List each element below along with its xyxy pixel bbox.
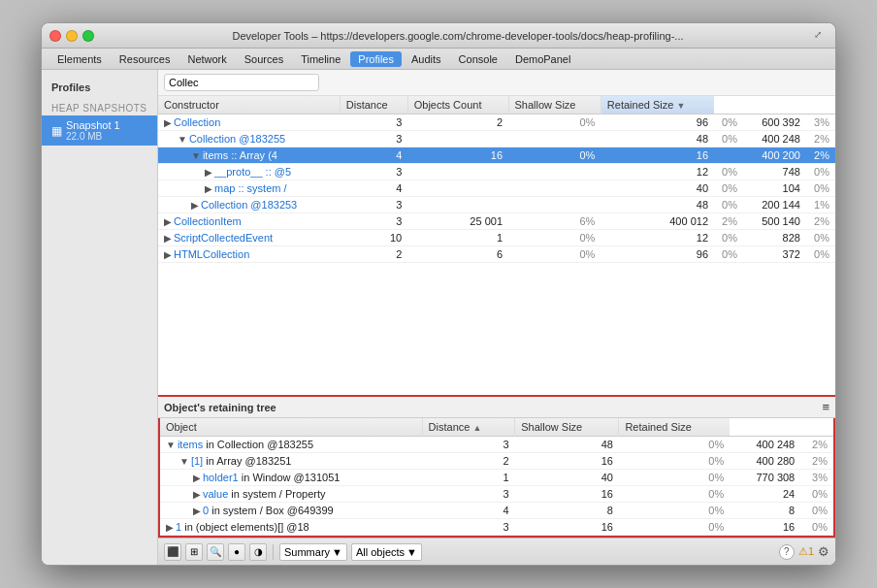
expand-arrow[interactable]: ▼ <box>166 440 176 450</box>
settings-icon[interactable]: ⚙ <box>818 544 829 559</box>
col-distance[interactable]: Distance <box>340 96 407 114</box>
expand-arrow[interactable]: ▶ <box>164 249 172 260</box>
devtools-window: Developer Tools – https://developers.goo… <box>41 22 836 566</box>
constructor-cell: ▶Collection @183253 <box>158 197 340 213</box>
table-row[interactable]: ▼Collection @183255 3 480% 400 2482% <box>158 131 835 147</box>
col-retained-size[interactable]: Retained Size ▼ <box>601 96 714 114</box>
main-area: Profiles HEAP SNAPSHOTS ▦ Snapshot 1 22.… <box>42 70 835 565</box>
sidebar-title: Profiles <box>42 78 157 97</box>
menu-network[interactable]: Network <box>179 51 234 67</box>
snapshot-table[interactable]: Constructor Distance Objects Count Shall… <box>158 96 835 395</box>
menu-demopanel[interactable]: DemoPanel <box>507 51 578 67</box>
table-row[interactable]: ▼[1] in Array @183251 2 160% 400 2802% <box>160 453 833 470</box>
expand-arrow[interactable]: ▶ <box>164 117 172 128</box>
retaining-tree[interactable]: Object Distance ▲ Shallow Size Retained … <box>158 418 835 538</box>
retaining-tree-title: Object's retaining tree <box>164 402 276 413</box>
traffic-lights <box>49 30 94 42</box>
expand-arrow[interactable]: ▶ <box>205 167 212 178</box>
heap-table: Constructor Distance Objects Count Shall… <box>158 96 835 263</box>
expand-arrow[interactable]: ▼ <box>178 134 187 145</box>
titlebar: Developer Tools – https://developers.goo… <box>42 23 835 49</box>
table-row[interactable]: ▶1 in (object elements)[] @18 3 160% 160… <box>160 519 833 536</box>
table-row[interactable]: ▶map :: system / 4 400% 1040% <box>158 180 835 197</box>
table-row[interactable]: ▶Collection @183253 3 480% 200 1441% <box>158 197 835 213</box>
summary-dropdown[interactable]: Summary ▼ <box>279 543 347 561</box>
table-row[interactable]: ▶value in system / Property 3 160% 240% <box>160 486 833 503</box>
all-objects-label: All objects <box>356 546 405 558</box>
expand-arrow[interactable]: ▶ <box>205 183 212 194</box>
sidebar: Profiles HEAP SNAPSHOTS ▦ Snapshot 1 22.… <box>42 70 158 565</box>
expand-arrow[interactable]: ▶ <box>193 489 201 500</box>
snapshot-size: 22.0 MB <box>66 131 120 142</box>
all-objects-dropdown[interactable]: All objects ▼ <box>351 543 422 561</box>
constructor-cell: ▶Collection <box>158 114 340 131</box>
table-row[interactable]: ▶Collection 3 20% 960% 600 3923% <box>158 114 835 131</box>
table-row-selected[interactable]: ▼items :: Array (4 4 160% 16 400 2002% <box>158 147 835 164</box>
expand-arrow[interactable]: ▼ <box>191 150 201 161</box>
menu-console[interactable]: Console <box>451 51 505 67</box>
all-objects-arrow: ▼ <box>406 546 417 558</box>
bottom-bar: ⬛ ⊞ 🔍 ● ◑ Summary ▼ All objects ▼ ? ⚠1 ⚙ <box>158 538 835 565</box>
expand-arrow[interactable]: ▶ <box>164 216 172 227</box>
compare-icon[interactable]: ◑ <box>249 543 267 561</box>
minimize-button[interactable] <box>66 30 78 42</box>
menu-elements[interactable]: Elements <box>49 51 110 67</box>
table-row[interactable]: ▶__proto__ :: @5 3 120% 7480% <box>158 164 835 180</box>
sidebar-item-snapshot1[interactable]: ▦ Snapshot 1 22.0 MB <box>42 115 157 146</box>
expand-arrow[interactable]: ▶ <box>193 506 201 516</box>
table-row[interactable]: ▶ScriptCollectedEvent 10 10% 120% 8280% <box>158 230 835 246</box>
table-row[interactable]: ▶holder1 in Window @131051 1 400% 770 30… <box>160 470 833 486</box>
expand-arrow[interactable]: ▶ <box>193 473 201 483</box>
ret-object-cell: ▶holder1 in Window @131051 <box>160 470 422 486</box>
table-row[interactable]: ▼items in Collection @183255 3 480% 400 … <box>160 437 833 453</box>
search-bottom-icon[interactable]: 🔍 <box>207 543 224 561</box>
close-button[interactable] <box>49 30 61 42</box>
divider-menu-icon[interactable]: ≡ <box>822 400 829 414</box>
sidebar-section: HEAP SNAPSHOTS <box>42 97 157 115</box>
sort-arrow-ret: ▲ <box>472 423 481 433</box>
constructor-cell: ▼Collection @183255 <box>158 131 340 147</box>
table-row[interactable]: ▶HTMLCollection 2 60% 960% 3720% <box>158 246 835 263</box>
snapshot-icon: ▦ <box>51 124 62 138</box>
menu-timeline[interactable]: Timeline <box>293 51 348 67</box>
ret-object-cell: ▶1 in (object elements)[] @18 <box>160 519 422 536</box>
constructor-cell: ▶CollectionItem <box>158 213 340 230</box>
retaining-tree-header: Object's retaining tree ≡ <box>158 395 835 418</box>
ret-col-object[interactable]: Object <box>160 418 422 437</box>
ret-col-distance[interactable]: Distance ▲ <box>422 418 515 437</box>
menubar: Elements Resources Network Sources Timel… <box>42 49 835 70</box>
col-constructor[interactable]: Constructor <box>158 96 340 114</box>
constructor-cell: ▶map :: system / <box>158 180 340 197</box>
search-input[interactable] <box>164 74 319 91</box>
help-button[interactable]: ? <box>779 544 795 560</box>
ret-col-shallow[interactable]: Shallow Size <box>515 418 619 437</box>
expand-arrow[interactable]: ▼ <box>179 456 189 467</box>
warning-badge: ⚠1 <box>798 545 814 558</box>
col-shallow-size[interactable]: Shallow Size <box>508 96 601 114</box>
menu-sources[interactable]: Sources <box>237 51 291 67</box>
record-icon[interactable]: ⬛ <box>164 543 181 561</box>
menu-profiles[interactable]: Profiles <box>350 51 402 67</box>
ret-col-retained[interactable]: Retained Size <box>619 418 730 437</box>
sort-arrow: ▼ <box>676 101 685 111</box>
ret-object-cell: ▼[1] in Array @183251 <box>160 453 422 470</box>
expand-arrow[interactable]: ▶ <box>166 522 174 533</box>
menu-audits[interactable]: Audits <box>404 51 449 67</box>
expand-arrow[interactable]: ▶ <box>164 233 172 244</box>
summary-arrow: ▼ <box>332 546 342 558</box>
ret-object-cell: ▶value in system / Property <box>160 486 422 503</box>
content-area: Constructor Distance Objects Count Shall… <box>158 70 835 565</box>
retaining-table: Object Distance ▲ Shallow Size Retained … <box>160 418 833 536</box>
maximize-button[interactable] <box>82 30 94 42</box>
expand-arrow[interactable]: ▶ <box>191 200 199 211</box>
menu-resources[interactable]: Resources <box>112 51 179 67</box>
clear-icon[interactable]: ⊞ <box>185 543 203 561</box>
snapshot-label: Snapshot 1 <box>66 119 120 131</box>
resize-icon[interactable]: ⤢ <box>814 29 828 43</box>
table-row[interactable]: ▶CollectionItem 3 25 0016% 400 0122% 500… <box>158 213 835 230</box>
constructor-cell: ▶ScriptCollectedEvent <box>158 230 340 246</box>
record2-icon[interactable]: ● <box>228 543 245 561</box>
constructor-cell: ▶HTMLCollection <box>158 246 340 263</box>
table-row[interactable]: ▶0 in system / Box @649399 4 80% 80% <box>160 503 833 519</box>
col-objects-count[interactable]: Objects Count <box>407 96 508 114</box>
